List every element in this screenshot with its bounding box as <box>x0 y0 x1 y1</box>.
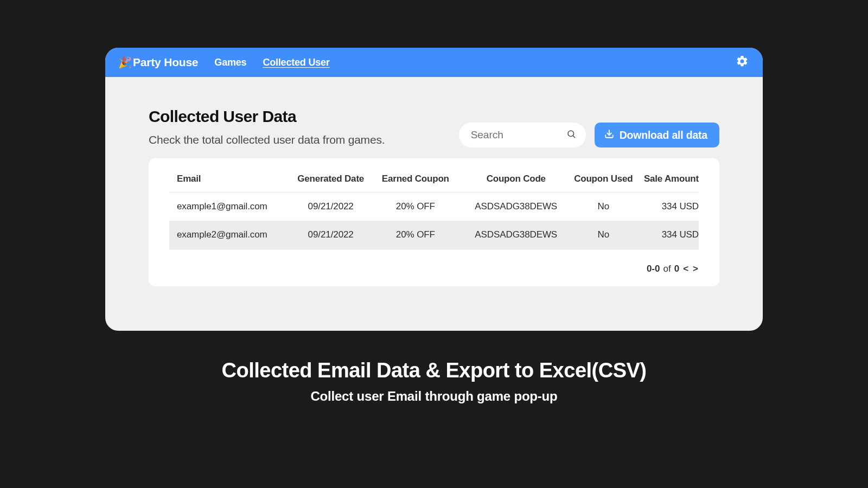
pager-total: 0 <box>674 264 679 274</box>
table-header-row: Email Generated Date Earned Coupon Coupo… <box>169 168 699 192</box>
brand-name: Party House <box>133 56 198 69</box>
cell-email: example2@gmail.com <box>169 221 291 249</box>
search-field[interactable] <box>459 123 586 147</box>
data-table-card: Email Generated Date Earned Coupon Coupo… <box>149 158 719 286</box>
topbar: 🎉 Party House Games Collected User <box>105 48 763 77</box>
download-all-button[interactable]: Download all data <box>595 123 719 147</box>
col-code: Coupon Code <box>461 168 572 192</box>
cell-amount: 334 USD <box>635 192 699 221</box>
pagination: 0-0 of 0 < > <box>169 264 699 274</box>
cell-coupon: 20% OFF <box>371 192 461 221</box>
table-row: example2@gmail.com 09/21/2022 20% OFF AS… <box>169 221 699 249</box>
page-title: Collected User Data <box>149 107 459 126</box>
search-icon <box>566 129 576 141</box>
col-amount: Sale Amount <box>635 168 699 192</box>
user-data-table: Email Generated Date Earned Coupon Coupo… <box>169 168 699 249</box>
page-subtitle: Check the total collected user data from… <box>149 133 459 146</box>
pager-prev[interactable]: < <box>682 264 689 274</box>
download-label: Download all data <box>620 129 707 142</box>
content-area: Collected User Data Check the total coll… <box>105 77 763 286</box>
pager-range: 0-0 <box>647 264 660 274</box>
col-email: Email <box>169 168 291 192</box>
cell-email: example1@gmail.com <box>169 192 291 221</box>
page-header-row: Collected User Data Check the total coll… <box>149 107 719 146</box>
col-used: Coupon Used <box>572 168 635 192</box>
app-window: 🎉 Party House Games Collected User Colle… <box>105 48 763 331</box>
main-nav: Games Collected User <box>214 57 329 68</box>
cell-amount: 334 USD <box>635 221 699 249</box>
cell-code: ASDSADG38DEWS <box>461 221 572 249</box>
svg-line-1 <box>573 136 575 137</box>
page-actions: Download all data <box>459 123 719 147</box>
col-coupon: Earned Coupon <box>371 168 461 192</box>
cell-used: No <box>572 192 635 221</box>
pager-next[interactable]: > <box>692 264 699 274</box>
hero-subtitle: Collect user Email through game pop-up <box>221 389 646 404</box>
cell-coupon: 20% OFF <box>371 221 461 249</box>
cell-date: 09/21/2022 <box>291 192 370 221</box>
brand: 🎉 Party House <box>118 56 198 69</box>
party-icon: 🎉 <box>118 57 132 68</box>
table-row: example1@gmail.com 09/21/2022 20% OFF AS… <box>169 192 699 221</box>
hero-section: Collected Email Data & Export to Excel(C… <box>221 359 646 404</box>
gear-icon[interactable] <box>736 55 749 70</box>
download-icon <box>604 129 614 142</box>
cell-code: ASDSADG38DEWS <box>461 192 572 221</box>
col-date: Generated Date <box>291 168 370 192</box>
hero-title: Collected Email Data & Export to Excel(C… <box>221 359 646 382</box>
cell-used: No <box>572 221 635 249</box>
cell-date: 09/21/2022 <box>291 221 370 249</box>
nav-collected-user[interactable]: Collected User <box>263 57 329 68</box>
nav-games[interactable]: Games <box>214 57 246 68</box>
pager-of: of <box>663 264 671 274</box>
